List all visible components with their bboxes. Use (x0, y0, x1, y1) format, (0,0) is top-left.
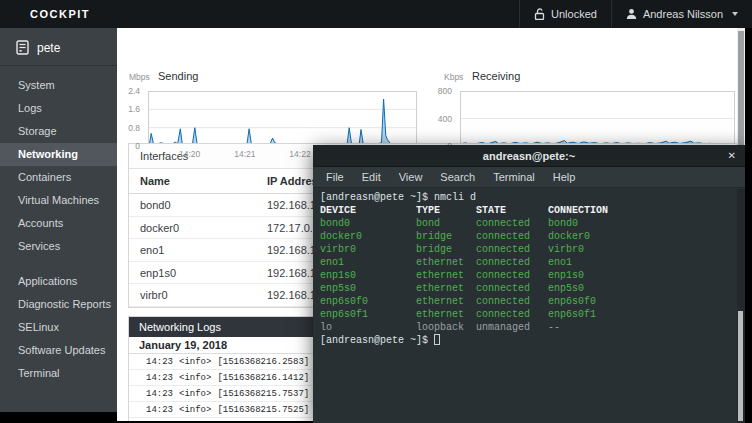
interface-name: enp1s0 (140, 262, 176, 285)
server-icon (16, 40, 29, 55)
host-name: pete (37, 41, 60, 55)
y-tick-label: 0.8 (117, 123, 140, 133)
terminal-line: eno1 ethernet connected eno1 (320, 256, 738, 269)
y-tick-label: 0 (117, 141, 140, 151)
x-tick-label: 14:22 (285, 149, 315, 159)
terminal-titlebar[interactable]: andreasn@pete:~ ✕ (313, 145, 745, 167)
top-navbar: COCKPIT Unlocked Andreas Nilsson (0, 0, 752, 28)
y-axis-labels: 0400800 (429, 91, 456, 146)
host-selector[interactable]: pete (0, 28, 117, 65)
log-level: <info> (179, 389, 211, 399)
sidebar-item-containers[interactable]: Containers (0, 166, 117, 189)
receiving-chart-plot (460, 91, 735, 146)
terminal-scrollbar-thumb[interactable] (738, 311, 743, 421)
receiving-chart (460, 91, 735, 146)
y-tick-label: 800 (426, 86, 452, 96)
log-time: 14:23 (129, 370, 173, 386)
x-tick-label: 14:20 (175, 149, 205, 159)
sending-chart (148, 91, 417, 146)
lock-status-label: Unlocked (551, 8, 597, 20)
sidebar-item-software-updates[interactable]: Software Updates (0, 339, 117, 362)
terminal-menu-terminal[interactable]: Terminal (484, 171, 544, 183)
interface-name: docker0 (140, 217, 179, 240)
log-time: 14:23 (129, 418, 173, 421)
app-brand: COCKPIT (30, 8, 90, 20)
terminal-line: enp5s0 ethernet connected enp5s0 (320, 282, 738, 295)
sending-chart-plot (148, 91, 417, 146)
page-scrollbar-thumb[interactable] (738, 31, 744, 149)
terminal-line: enp6s0f1 ethernet connected enp6s0f1 (320, 308, 738, 321)
terminal-window: andreasn@pete:~ ✕ FileEditViewSearchTerm… (313, 145, 745, 423)
receiving-chart-unit: Kbps (444, 72, 463, 82)
terminal-menu-file[interactable]: File (317, 171, 353, 183)
terminal-title: andreasn@pete:~ (313, 150, 745, 162)
user-name-label: Andreas Nilsson (643, 8, 723, 20)
terminal-scrollbar[interactable] (737, 189, 745, 423)
close-icon[interactable]: ✕ (728, 145, 736, 167)
screen: COCKPIT Unlocked Andreas Nilsson (0, 0, 752, 423)
receiving-chart-title: Receiving (472, 70, 520, 82)
terminal-body[interactable]: [andreasn@pete ~]$ nmcli dDEVICE TYPE ST… (313, 188, 745, 423)
terminal-line: docker0 bridge connected docker0 (320, 230, 738, 243)
log-level: <info> (179, 405, 211, 415)
terminal-line: virbr0 bridge connected virbr0 (320, 243, 738, 256)
user-icon (626, 8, 637, 20)
log-level: <info> (179, 357, 211, 367)
sidebar-divider (0, 65, 117, 66)
interface-name: eno1 (140, 239, 164, 262)
sidebar-nav-secondary: ApplicationsDiagnostic ReportsSELinuxSof… (0, 270, 117, 385)
x-tick-label: 14:21 (230, 149, 260, 159)
interface-name: virbr0 (140, 284, 168, 307)
sidebar-item-services[interactable]: Services (0, 235, 117, 258)
terminal-line: enp6s0f0 ethernet connected enp6s0f0 (320, 295, 738, 308)
sidebar-item-accounts[interactable]: Accounts (0, 212, 117, 235)
lock-status-button[interactable]: Unlocked (519, 0, 611, 28)
terminal-menu-edit[interactable]: Edit (353, 171, 390, 183)
chevron-down-icon (732, 12, 738, 16)
sidebar-item-logs[interactable]: Logs (0, 97, 117, 120)
terminal-line: DEVICE TYPE STATE CONNECTION (320, 204, 738, 217)
terminal-line: [andreasn@pete ~]$ nmcli d (320, 191, 738, 204)
sidebar-item-storage[interactable]: Storage (0, 120, 117, 143)
terminal-line: enp1s0 ethernet connected enp1s0 (320, 269, 738, 282)
terminal-line: lo loopback unmanaged -- (320, 321, 738, 334)
terminal-menu-help[interactable]: Help (544, 171, 585, 183)
interface-name: bond0 (140, 194, 171, 217)
sending-chart-title: Sending (158, 70, 198, 82)
terminal-line: bond0 bond connected bond0 (320, 217, 738, 230)
y-tick-label: 400 (426, 114, 452, 124)
sidebar-item-applications[interactable]: Applications (0, 270, 117, 293)
sidebar-item-terminal[interactable]: Terminal (0, 362, 117, 385)
user-menu-button[interactable]: Andreas Nilsson (611, 0, 752, 28)
terminal-cursor (434, 334, 440, 345)
y-tick-label: 1.6 (117, 104, 140, 114)
sidebar-item-diagnostic-reports[interactable]: Diagnostic Reports (0, 293, 117, 316)
terminal-menubar: FileEditViewSearchTerminalHelp (313, 167, 745, 188)
y-axis-labels: 00.81.62.4 (117, 91, 144, 146)
log-time: 14:23 (129, 386, 173, 402)
y-tick-label: 2.4 (117, 86, 140, 96)
log-time: 14:23 (129, 354, 173, 370)
sidebar-nav-primary: SystemLogsStorageNetworkingContainersVir… (0, 74, 117, 258)
sidebar-item-system[interactable]: System (0, 74, 117, 97)
sidebar: pete SystemLogsStorageNetworkingContaine… (0, 28, 117, 412)
log-level: <info> (179, 373, 211, 383)
log-time: 14:23 (129, 402, 173, 418)
interfaces-col-name: Name (140, 169, 170, 194)
sidebar-item-selinux[interactable]: SELinux (0, 316, 117, 339)
terminal-line: [andreasn@pete ~]$ (320, 334, 738, 347)
sidebar-item-virtual-machines[interactable]: Virtual Machines (0, 189, 117, 212)
sidebar-item-networking[interactable]: Networking (0, 143, 117, 166)
sending-chart-unit: Mbps (129, 72, 150, 82)
unlock-icon (534, 8, 545, 20)
terminal-menu-search[interactable]: Search (431, 171, 484, 183)
terminal-menu-view[interactable]: View (390, 171, 432, 183)
